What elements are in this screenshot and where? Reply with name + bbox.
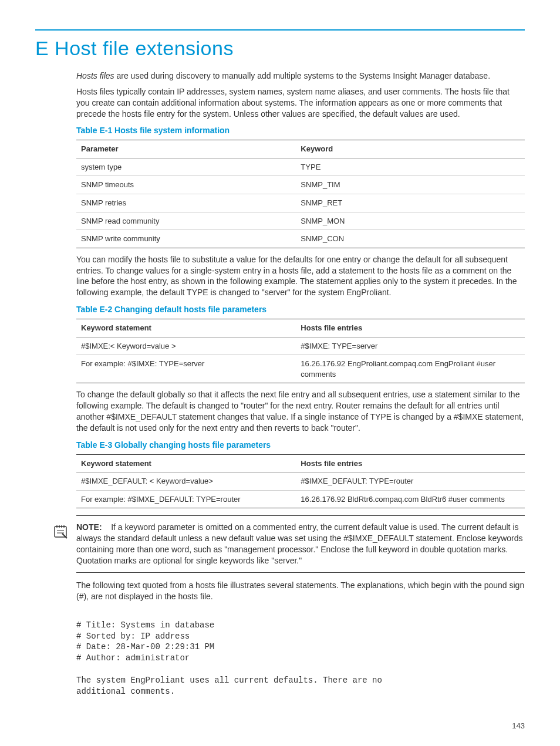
note-body: If a keyword parameter is omitted on a c… (76, 522, 523, 565)
table-row: SNMP read communitySNMP_MON (76, 212, 525, 230)
para-after-table1: You can modify the hosts file to substit… (76, 254, 525, 299)
cell: SNMP_MON (296, 212, 525, 230)
cell: 16.26.176.92 BldRtr6.compaq.com BldRtr6 … (296, 490, 525, 508)
cell: #$IMXE_DEFAULT: TYPE=router (296, 472, 525, 491)
cell: SNMP_RET (296, 194, 525, 212)
cell: #$IMXE:< Keyword=value > (76, 337, 296, 355)
table2-caption: Table E-2 Changing default hosts file pa… (76, 304, 525, 315)
content-area: Hosts files are used during discovery to… (76, 70, 525, 697)
cell: SNMP write community (76, 230, 296, 248)
cell: SNMP_CON (296, 230, 525, 248)
code-block: # Title: Systems in database # Sorted by… (76, 620, 525, 697)
table2-header-1: Hosts file entries (296, 319, 525, 337)
table1-caption: Table E-1 Hosts file system information (76, 125, 525, 136)
para-after-note: The following text quoted from a hosts f… (76, 580, 525, 602)
page-number: 143 (35, 721, 525, 731)
table1-header-0: Parameter (76, 140, 296, 158)
cell: #$IMXE_DEFAULT: < Keyword=value> (76, 472, 296, 491)
note-icon (53, 522, 76, 566)
table3-header-1: Hosts file entries (296, 454, 525, 472)
table1: Parameter Keyword system typeTYPE SNMP t… (76, 140, 525, 248)
cell: For example: #$IMXE_DEFAULT: TYPE=router (76, 490, 296, 508)
table-row: #$IMXE_DEFAULT: < Keyword=value>#$IMXE_D… (76, 472, 525, 491)
cell: #$IMXE: TYPE=server (296, 337, 525, 355)
top-rule (35, 29, 525, 31)
cell: SNMP_TIM (296, 176, 525, 194)
table-row: SNMP timeoutsSNMP_TIM (76, 176, 525, 194)
table-row: SNMP write communitySNMP_CON (76, 230, 525, 248)
cell: For example: #$IMXE: TYPE=server (76, 355, 296, 383)
hosts-files-term: Hosts files (76, 71, 114, 80)
table3-header-0: Keyword statement (76, 454, 296, 472)
cell: SNMP retries (76, 194, 296, 212)
cell: SNMP timeouts (76, 176, 296, 194)
cell: SNMP read community (76, 212, 296, 230)
table-row: #$IMXE:< Keyword=value >#$IMXE: TYPE=ser… (76, 337, 525, 355)
cell: system type (76, 158, 296, 176)
table-row: For example: #$IMXE_DEFAULT: TYPE=router… (76, 490, 525, 508)
table3-caption: Table E-3 Globally changing hosts file p… (76, 440, 525, 451)
intro-paragraph-2: Hosts files typically contain IP address… (76, 86, 525, 120)
table1-header-1: Keyword (296, 140, 525, 158)
note-label: NOTE: (76, 522, 102, 532)
cell: 16.26.176.92 EngProliant.compaq.com EngP… (296, 355, 525, 383)
table3: Keyword statement Hosts file entries #$I… (76, 454, 525, 509)
note-text: NOTE: If a keyword parameter is omitted … (76, 522, 525, 566)
para-after-table2: To change the default globally so that i… (76, 389, 525, 434)
table2: Keyword statement Hosts file entries #$I… (76, 319, 525, 383)
intro-paragraph-1: Hosts files are used during discovery to… (76, 70, 525, 82)
table2-header-0: Keyword statement (76, 319, 296, 337)
note-block: NOTE: If a keyword parameter is omitted … (76, 515, 525, 573)
table-row: system typeTYPE (76, 158, 525, 176)
page-title: E Host file extensions (35, 35, 525, 62)
table-row: SNMP retriesSNMP_RET (76, 194, 525, 212)
cell: TYPE (296, 158, 525, 176)
intro1-rest: are used during discovery to manually ad… (114, 71, 490, 80)
table-row: For example: #$IMXE: TYPE=server16.26.17… (76, 355, 525, 383)
